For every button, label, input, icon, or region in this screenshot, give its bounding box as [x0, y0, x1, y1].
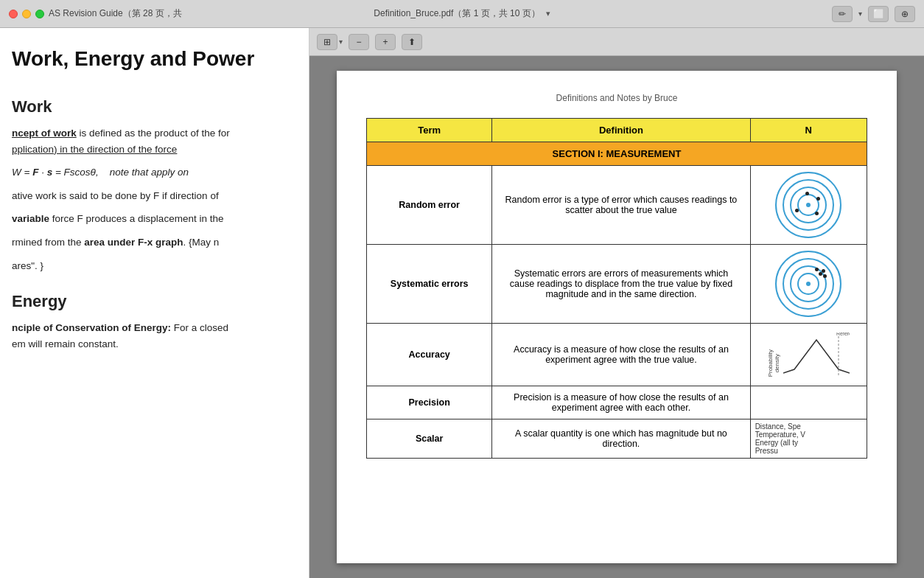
close-button[interactable] — [9, 10, 18, 18]
definitions-table: Term Definition N SECTION I: MEASUREMENT… — [366, 118, 867, 459]
annotate-button[interactable]: ✏ — [832, 6, 853, 22]
variable-force-para: variable force F produces a displacement… — [12, 211, 297, 227]
fullscreen-button[interactable]: ⊕ — [895, 6, 915, 22]
ares-para: ares". } — [12, 258, 297, 274]
right-window-title-center: Definition_Bruce.pdf（第 1 页，共 10 页） ▾ — [374, 7, 550, 20]
negative-work-para: ative work is said to be done by F if di… — [12, 188, 297, 204]
systematic-concentric — [775, 251, 841, 317]
chart-area: Probabilitydensity Reference — [767, 332, 850, 377]
maximize-button[interactable] — [35, 10, 44, 18]
work-concept-para: ncept of work is defined as the product … — [12, 125, 297, 157]
variable-term: variable — [12, 213, 49, 224]
term-column-header: Term — [367, 119, 492, 142]
zoom-in-button[interactable]: + — [375, 34, 396, 50]
sys-dot-4 — [823, 274, 827, 278]
share-pdf-button[interactable]: ⬆ — [402, 34, 422, 50]
table-row: Random error Random error is a type of e… — [367, 166, 867, 245]
left-title-bar: AS Revision Guide（第 28 页，共 Definition_Br… — [0, 0, 924, 28]
random-error-term: Random error — [367, 166, 492, 245]
svg-text:Reference: Reference — [836, 332, 850, 336]
dot-2 — [795, 209, 799, 212]
systematic-errors-def: Systematic errors are errors of measurem… — [492, 245, 750, 324]
left-panel: Work, Energy and Power Work ncept of wor… — [0, 28, 309, 578]
layout-buttons: ⊞ ▾ — [317, 34, 343, 50]
main-area: Work, Energy and Power Work ncept of wor… — [0, 28, 924, 578]
layout-button[interactable]: ⊞ — [317, 34, 337, 50]
table-row: Scalar A scalar quantity is one which ha… — [367, 419, 867, 459]
traffic-lights — [9, 10, 44, 18]
scalar-term: Scalar — [367, 419, 492, 459]
scalar-def: A scalar quantity is one which has magni… — [492, 419, 750, 459]
dot-1 — [805, 192, 809, 195]
pdf-toolbar: ⊞ ▾ − + ⬆ — [309, 28, 924, 56]
concept-of-work-term: ncept of work — [12, 128, 77, 139]
right-panel: ⊞ ▾ − + ⬆ Definitions and Notes by Bruce… — [309, 28, 924, 578]
sys-dot-2 — [819, 272, 822, 276]
main-heading: Work, Energy and Power — [12, 43, 297, 76]
energy-heading: Energy — [12, 288, 297, 314]
systematic-errors-note — [750, 245, 867, 324]
prob-density-svg: Reference — [783, 332, 850, 377]
table-header-row: Term Definition N — [367, 119, 867, 142]
sys-dot-1 — [815, 268, 819, 271]
precision-note — [750, 386, 867, 419]
accuracy-term: Accuracy — [367, 324, 492, 386]
random-error-def: Random error is a type of error which ca… — [492, 166, 750, 245]
direction-phrase: pplication) in the direction of the forc… — [12, 144, 177, 155]
systematic-errors-term: Systematic errors — [367, 245, 492, 324]
notes-column-header: N — [750, 119, 867, 142]
chevron-down-icon[interactable]: ▾ — [546, 9, 550, 18]
chart-bars: Reference — [783, 332, 850, 377]
definition-column-header: Definition — [492, 119, 750, 142]
scalar-note: Distance, SpeTemperature, VEnergy (all t… — [750, 419, 867, 459]
zoom-out-button[interactable]: − — [349, 34, 369, 50]
pdf-header: Definitions and Notes by Bruce — [366, 93, 867, 103]
probability-density-chart: Probabilitydensity Reference — [760, 330, 858, 380]
systematic-error-diagram — [760, 251, 858, 317]
accuracy-note: Probabilitydensity Reference — [750, 324, 867, 386]
left-window-title: AS Revision Guide（第 28 页，共 — [49, 7, 182, 20]
work-heading: Work — [12, 94, 297, 119]
random-error-diagram — [760, 172, 858, 238]
random-error-note — [750, 166, 867, 245]
table-row: Systematic errors Systematic errors are … — [367, 245, 867, 324]
precision-term: Precision — [367, 386, 492, 419]
sys-center-dot — [806, 282, 811, 286]
pdf-content: Definitions and Notes by Bruce Term Defi… — [309, 56, 924, 578]
pdf-page: Definitions and Notes by Bruce Term Defi… — [337, 71, 897, 563]
accuracy-def: Accuracy is a measure of how close the r… — [492, 324, 750, 386]
fx-graph-term: area under F-x graph — [84, 237, 183, 248]
section-header-row: SECTION I: MEASUREMENT — [367, 142, 867, 166]
prob-density-label: Probabilitydensity — [767, 349, 780, 377]
chevron-layout-icon: ▾ — [339, 38, 343, 46]
precision-def: Precision is a measure of how close the … — [492, 386, 750, 419]
pdf-window-title: Definition_Bruce.pdf（第 1 页，共 10 页） — [374, 7, 539, 20]
conservation-para: nciple of Conservation of Energy: For a … — [12, 320, 297, 352]
chevron-small-icon: ▾ — [858, 10, 862, 18]
fx-graph-para: rmined from the area under F-x graph. {M… — [12, 234, 297, 251]
table-row: Precision Precision is a measure of how … — [367, 386, 867, 419]
table-row: Accuracy Accuracy is a measure of how cl… — [367, 324, 867, 386]
section-header-cell: SECTION I: MEASUREMENT — [367, 142, 867, 166]
work-formula-para: W = F · s = Fscosθ, note that apply on — [12, 164, 297, 181]
minimize-button[interactable] — [22, 10, 31, 18]
concentric-circles — [775, 172, 841, 238]
center-dot — [806, 203, 811, 207]
share-button-title[interactable]: ⬜ — [868, 6, 889, 22]
conservation-term: nciple of Conservation of Energy: — [12, 322, 171, 333]
